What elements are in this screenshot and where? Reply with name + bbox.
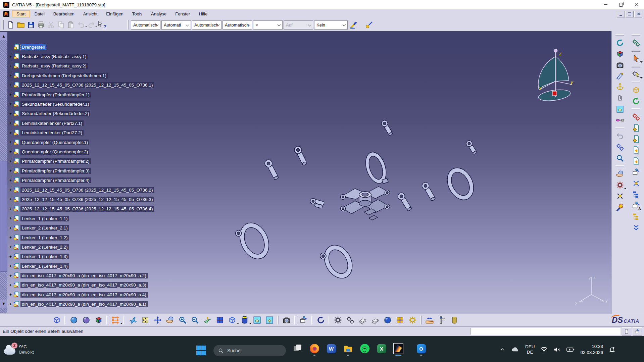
grid-icon[interactable]: [394, 315, 406, 325]
measure-between-icon[interactable]: [423, 315, 436, 325]
image-frame-icon[interactable]: [614, 104, 626, 115]
tree-item[interactable]: + Sekundärfeder (Sekundärfeder.1): [8, 99, 166, 109]
expand-icon[interactable]: +: [8, 168, 13, 173]
taskbar-task-view[interactable]: [289, 344, 306, 359]
expand-icon[interactable]: +: [8, 64, 13, 68]
multi-view-icon[interactable]: [213, 315, 226, 325]
mechanism-gear-icon[interactable]: [614, 179, 626, 191]
gear-triangle-icon[interactable]: [406, 315, 418, 325]
tree-scrollbar[interactable]: ▲ ▼: [0, 32, 7, 313]
measure-inertia-icon[interactable]: [448, 315, 460, 325]
menu-item[interactable]: Datei: [30, 10, 49, 17]
tree-item[interactable]: + Lenker_1 (Lenker_1.3): [8, 252, 166, 261]
language-indicator[interactable]: DEU DE: [525, 344, 535, 355]
combo-line-type[interactable]: Automatisch: [222, 20, 252, 30]
tree-item[interactable]: + Primärdämpfer (Primärdämpfer.1): [8, 90, 166, 99]
arc-curve-icon[interactable]: [614, 131, 626, 142]
cut-button[interactable]: [46, 20, 56, 30]
rotate-icon[interactable]: [164, 315, 176, 325]
zoom-out-icon[interactable]: [189, 315, 201, 325]
onedrive-icon[interactable]: [511, 347, 519, 353]
dock-handle[interactable]: [63, 315, 67, 325]
combo-line-color[interactable]: Automati: [161, 20, 191, 30]
taskbar-outlook[interactable]: O: [413, 344, 430, 359]
more-tools-icon[interactable]: [630, 222, 642, 233]
measure-item-icon[interactable]: [436, 315, 448, 325]
expand-icon[interactable]: +: [8, 264, 13, 268]
look-at-icon[interactable]: [251, 315, 263, 325]
expand-icon[interactable]: +: [8, 226, 13, 230]
redo-button[interactable]: [86, 20, 96, 30]
menu-item[interactable]: Start: [12, 10, 30, 17]
select-arrow-icon[interactable]: [630, 53, 642, 64]
document-icon[interactable]: [3, 11, 9, 17]
graphic-painter-icon[interactable]: [349, 20, 359, 30]
tree-item[interactable]: + Querdaempfer (Querdaempfer.2): [8, 147, 166, 156]
dmu-gears-icon[interactable]: [630, 111, 642, 122]
tree-item[interactable]: + Lenker_1 (Lenker_1.1): [8, 214, 166, 223]
manipulate-hand-icon[interactable]: [614, 168, 626, 179]
combo-rendering[interactable]: Auf: [284, 20, 313, 30]
screwdriver-icon[interactable]: [614, 115, 626, 126]
expand-icon[interactable]: +: [8, 197, 13, 202]
iso-view-icon[interactable]: [226, 315, 238, 325]
wizard-wand-icon[interactable]: [364, 20, 374, 30]
catalog-part-icon[interactable]: [630, 85, 642, 96]
dock-handle[interactable]: [276, 315, 280, 325]
expand-icon[interactable]: +: [8, 83, 13, 88]
seat-icon[interactable]: [356, 315, 369, 325]
start-button[interactable]: [196, 346, 206, 356]
status-dialog-button[interactable]: [633, 327, 642, 335]
tree-item[interactable]: + 2025_12_12_15_45_05_O736 (2025_12_12_1…: [8, 185, 166, 195]
weather-widget[interactable]: 2 9°C Bewölkt: [4, 344, 34, 355]
battery-icon[interactable]: [566, 347, 575, 352]
taskbar-spotify[interactable]: [356, 344, 373, 359]
expand-icon[interactable]: +: [8, 178, 13, 183]
clock[interactable]: 10:33 02.03.2026: [580, 344, 603, 356]
menu-item[interactable]: Tools: [128, 10, 147, 17]
expand-icon[interactable]: +: [8, 92, 13, 97]
settings-gear-icon[interactable]: [332, 315, 344, 325]
wifi-icon[interactable]: [540, 347, 548, 353]
zoom-in-icon[interactable]: [176, 315, 189, 325]
expand-icon[interactable]: +: [8, 131, 13, 135]
tree-item[interactable]: + Lenker_2 (Lenker_2.2): [8, 242, 166, 252]
deactivate-node-icon[interactable]: [630, 178, 642, 189]
irf-search-icon[interactable]: [614, 153, 626, 164]
dock-handle[interactable]: [418, 315, 423, 325]
part-camera-icon[interactable]: [614, 59, 626, 70]
attach-clip-icon[interactable]: [614, 93, 626, 104]
dock-handle[interactable]: [614, 33, 626, 37]
gear-doc-icon[interactable]: [630, 122, 642, 134]
dock-handle[interactable]: [293, 315, 297, 325]
tree-scroll-up-icon[interactable]: ▲: [0, 32, 7, 40]
render-sphere-panel-icon[interactable]: [80, 315, 92, 325]
menu-item[interactable]: Bearbeiten: [49, 10, 79, 17]
view-compass[interactable]: z x y: [538, 49, 574, 103]
tree-item[interactable]: + Lenker_2 (Lenker_2.1): [8, 223, 166, 232]
combo-layer[interactable]: Kein: [314, 20, 348, 30]
dock-handle[interactable]: [630, 80, 642, 85]
expand-icon[interactable]: +: [8, 283, 13, 288]
update-gauge-icon[interactable]: [614, 37, 626, 48]
paste-button[interactable]: [66, 20, 76, 30]
expand-icon[interactable]: +: [8, 302, 13, 307]
dock-handle[interactable]: [630, 64, 642, 69]
expand-icon[interactable]: +: [8, 188, 13, 192]
expand-icon[interactable]: +: [8, 121, 13, 125]
3d-part-ring-right[interactable]: [442, 163, 479, 204]
taskbar-explorer[interactable]: [340, 344, 356, 359]
graph-tree-icon[interactable]: [630, 211, 642, 222]
combo-point-symbol[interactable]: ×: [253, 20, 283, 30]
tree-item[interactable]: + Primärdämpfer (Primärdämpfer.3): [8, 166, 166, 175]
tree-item[interactable]: + Lenker_1 (Lenker_1.4): [8, 261, 166, 271]
open-file-button[interactable]: [16, 20, 26, 30]
refresh-part-icon[interactable]: [630, 96, 642, 107]
taskbar-catia-active[interactable]: [390, 344, 407, 359]
tree-item[interactable]: + Lenker_1 (Lenker_1.2): [8, 233, 166, 242]
tray-chevron-icon[interactable]: [500, 347, 505, 352]
reorder-tree-icon[interactable]: [630, 189, 642, 200]
tree-scroll-thumb[interactable]: [0, 161, 7, 272]
tree-item[interactable]: + Radsatz_assy (Radsatz_assy.2): [8, 61, 166, 71]
wireframe-box-icon[interactable]: [50, 315, 63, 325]
